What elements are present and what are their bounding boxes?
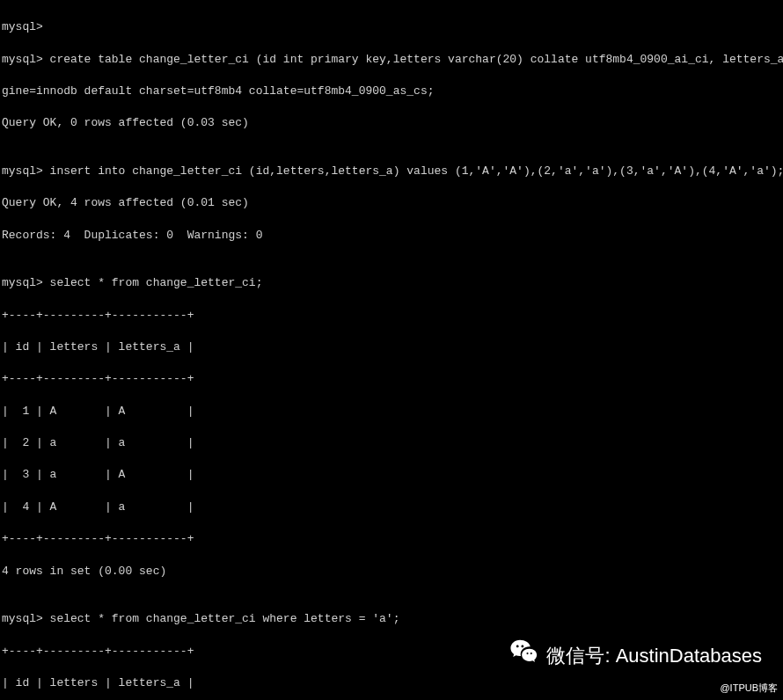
terminal-line: mysql> select * from change_letter_ci wh…	[2, 611, 781, 627]
result-line: 4 rows in set (0.00 sec)	[2, 564, 781, 580]
terminal-line: mysql> select * from change_letter_ci;	[2, 275, 781, 291]
watermark-text: 微信号: AustinDatabases	[546, 643, 762, 670]
wechat-icon	[509, 638, 539, 675]
credit-label: @ITPUB博客	[720, 682, 778, 695]
table-border: +----+---------+-----------+	[2, 531, 781, 547]
terminal-line: Query OK, 4 rows affected (0.01 sec)	[2, 195, 781, 211]
table-border: +----+---------+-----------+	[2, 308, 781, 324]
terminal-line: mysql> insert into change_letter_ci (id,…	[2, 164, 781, 179]
terminal-line: mysql> create table change_letter_ci (id…	[2, 52, 781, 68]
table-header: | id | letters | letters_a |	[2, 339, 781, 355]
table-border: +----+---------+-----------+	[2, 371, 781, 387]
terminal-line: gine=innodb default charset=utf8mb4 coll…	[2, 84, 781, 99]
table-header: | id | letters | letters_a |	[2, 675, 781, 691]
watermark: 微信号: AustinDatabases	[509, 638, 762, 675]
table-row: | 1 | A | A |	[2, 404, 781, 419]
table-row: | 3 | a | A |	[2, 467, 781, 483]
table-row: | 4 | A | a |	[2, 499, 781, 515]
terminal-line: mysql>	[2, 19, 781, 35]
terminal-output[interactable]: mysql> mysql> create table change_letter…	[2, 4, 781, 700]
terminal-line: Records: 4 Duplicates: 0 Warnings: 0	[2, 228, 781, 244]
table-row: | 2 | a | a |	[2, 435, 781, 451]
terminal-line: Query OK, 0 rows affected (0.03 sec)	[2, 115, 781, 131]
